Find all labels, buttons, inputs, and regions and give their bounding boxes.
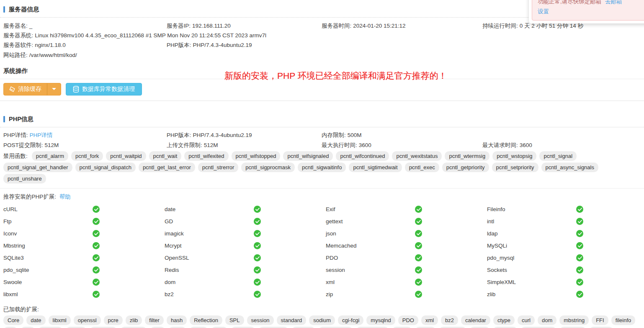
check-circle-icon [93,218,100,225]
disabled-function-tag: pcntl_fork [71,151,103,161]
section-title-text: 服务器信息 [9,5,39,13]
help-link[interactable]: 帮助 [59,194,71,200]
check-circle-icon [254,218,261,225]
loaded-extension-tag: Core [3,315,23,325]
max-exec-field: 最大执行时间:3600 [322,142,482,149]
loaded-extension-tag: calendar [461,315,490,325]
email-settings-link[interactable]: 设置 [538,8,549,15]
disabled-function-tag: pcntl_wait [149,151,182,161]
disabled-function-tag: pcntl_wifsignaled [283,151,333,161]
disabled-function-tag: pcntl_getpriority [442,163,489,172]
clear-cache-split-button[interactable]: 清除缓存 [3,83,61,96]
php-detail-field: PHP详情:PHP详情 [3,132,167,139]
extension-name: SimpleXML [487,279,576,285]
check-circle-icon [254,254,261,261]
loaded-extension-tag: session [247,315,274,325]
notification-popup: 功能正常,请尽快绑定邮箱 去邮箱 设置 [529,0,644,23]
loaded-extension-tag: Reflection [190,315,222,325]
extension-name: gettext [326,218,415,225]
check-circle-icon [254,242,261,249]
extension-name: Swoole [3,279,93,285]
loaded-extension-tag: standard [277,315,307,325]
server-os-field: 服务器系统:Linux hi3798mv100 4.4.35_ecoo_8111… [3,32,644,39]
loaded-extension-tag: sodium [309,315,335,325]
extension-name: Redis [165,267,254,273]
disabled-function-tag: pcntl_wifexited [184,151,228,161]
extension-name: Ftp [3,218,93,225]
email-bind-alert: 功能正常,请尽快绑定邮箱 去邮箱 设置 [532,0,644,21]
check-circle-icon [254,291,261,298]
disabled-function-tag: pcntl_signal [539,151,577,161]
check-circle-icon [576,266,583,274]
loaded-extension-tag: mbstring [559,315,589,325]
extension-name: MySQLi [487,243,576,249]
disabled-function-tag: pcntl_get_last_error [139,163,195,172]
server-name-field: 服务器名:_ [3,22,167,30]
extension-name: PDO [326,255,415,261]
extension-name: OpenSSL [165,255,254,261]
check-circle-icon [415,279,422,286]
check-circle-icon [93,242,100,249]
extension-cell: ldap [487,227,644,240]
check-circle-icon [576,206,583,213]
check-circle-icon [93,230,100,237]
check-circle-icon [93,291,100,298]
loaded-extension-tag: PDO [398,315,418,325]
check-circle-icon [254,206,261,213]
disabled-function-tag: pcntl_wexitstatus [392,151,442,161]
memory-limit-field: 内存限制:500M [322,132,482,139]
extension-name: json [326,230,415,237]
extension-name: bz2 [165,291,254,297]
check-circle-icon [415,206,422,213]
check-circle-icon [415,291,422,298]
extension-cell: Iconv [3,227,165,240]
server-info-grid: 服务器名:_ 服务器IP:192.168.111.20 服务器时间:2024-0… [0,18,644,60]
caret-down-icon [52,88,56,90]
extension-name: pdo_sqlite [3,267,93,273]
extension-cell: Memcached [326,240,487,252]
loaded-extension-tag: xml [421,315,438,325]
loaded-extension-tag: ctype [493,315,515,325]
check-circle-icon [93,206,100,213]
email-settings-link[interactable]: 去邮箱 [605,0,622,5]
extension-name: Mbstring [3,243,93,249]
loaded-extensions-row: CoredatelibxmlopensslpcrezlibfilterhashR… [0,315,644,328]
recommended-extensions-grid: cURLdateExifFileinfoFtpGDgettextintlIcon… [0,203,644,300]
extension-name: zlib [487,291,576,297]
extension-cell: date [165,203,326,215]
extension-cell: libxml [3,288,165,300]
extension-name: session [326,267,415,273]
check-circle-icon [576,279,583,286]
site-path-field: 网站路径:/var/www/html/kod/ [3,52,644,59]
loaded-extension-tag: filter [145,315,164,325]
disabled-function-tag: pcntl_sigtimedwait [349,163,402,172]
clear-cache-dropdown-toggle[interactable] [47,83,61,95]
extension-cell: PDO [326,252,487,264]
disabled-function-tag: pcntl_async_signals [541,163,598,172]
loaded-extension-tag: SPL [225,315,244,325]
disabled-function-tag: pcntl_signal_dispatch [75,163,136,172]
server-ip-field: 服务器IP:192.168.111.20 [167,22,322,30]
extension-name: xml [326,279,415,285]
extension-cell: Mcrypt [165,240,326,252]
php-version-field: PHP版本:PHP/7.4.3-4ubuntu2.19 [167,132,322,139]
extension-cell: Mbstring [3,240,165,252]
extension-cell: intl [487,215,644,227]
extension-cell: MySQLi [487,240,644,252]
loaded-extension-tag: zlib [126,315,142,325]
disabled-function-tag: pcntl_sigprocmask [241,163,295,172]
php-detail-link[interactable]: PHP详情 [30,132,53,138]
check-circle-icon [576,218,583,225]
extension-name: Iconv [3,230,93,237]
clear-cache-label: 清除缓存 [18,85,41,93]
upload-limit-field: 上传文件限制:512M [167,142,322,149]
extension-name: Exif [326,206,415,212]
check-circle-icon [576,230,583,237]
title-accent-bar [3,116,5,122]
clear-cache-button[interactable]: 清除缓存 [4,83,47,95]
title-accent-bar [3,6,5,13]
db-clean-button[interactable]: 数据库异常数据清理 [66,83,142,96]
loaded-extension-tag: FFI [592,315,608,325]
php-info-title: PHP信息 [0,110,644,127]
disabled-function-tag: pcntl_waitpid [106,151,146,161]
